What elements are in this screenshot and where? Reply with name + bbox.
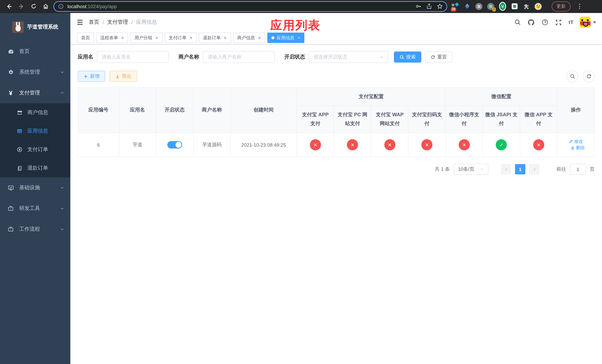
app-name-input[interactable]: 请输入应用名 (97, 51, 169, 63)
table-grid-icon (16, 128, 23, 134)
site-info-icon[interactable] (58, 3, 64, 10)
col-group-alipay: 支付宝配置 (297, 87, 446, 106)
sidebar-fold-icon[interactable] (76, 19, 84, 26)
col-app-id: 应用编号 (78, 87, 119, 133)
prev-page-button[interactable] (501, 164, 511, 174)
bookmark-star-icon[interactable] (437, 3, 443, 10)
tab-close-icon[interactable]: ✕ (224, 36, 227, 40)
store-icon (16, 109, 23, 116)
app-table: 应用编号 应用名 开启状态 商户名称 创建时间 支付宝配置 微信配置 操作 支付… (78, 87, 595, 157)
yen-icon: ¥ (7, 90, 14, 96)
help-icon[interactable] (541, 19, 549, 26)
browser-reload-icon[interactable] (30, 3, 37, 10)
breadcrumb-pay[interactable]: 支付管理 (107, 19, 128, 26)
github-icon[interactable] (527, 19, 535, 26)
briefcase-icon (7, 226, 14, 233)
gear-icon (7, 69, 14, 75)
sidebar-item-home[interactable]: 首页 (0, 41, 70, 62)
coin-yen-icon (16, 146, 23, 153)
tab-refund-order[interactable]: 退款订单✕ (199, 32, 231, 43)
url-bar[interactable]: localhost:1024/pay/app (54, 2, 447, 11)
sidebar-item-infra[interactable]: 基础设施 (0, 177, 70, 198)
header-search-icon[interactable] (514, 19, 521, 26)
extension-command-icon[interactable] (475, 3, 483, 10)
col-operations: 操作 (557, 87, 594, 133)
fullscreen-icon[interactable] (555, 19, 562, 26)
cell-merchant: 芋道源码 (193, 133, 230, 157)
sidebar-item-devtools[interactable]: 研发工具 (0, 198, 70, 219)
avatar-caret-icon[interactable] (593, 21, 596, 23)
sidebar-item-label: 研发工具 (19, 205, 60, 212)
edit-link[interactable]: 修改 (569, 138, 583, 145)
sidebar-item-pay[interactable]: ¥ 支付管理 (0, 83, 70, 103)
extension-puzzle-icon[interactable] (523, 3, 530, 10)
font-size-icon[interactable]: tT (569, 19, 573, 25)
chrome-update-button[interactable]: 更新 (552, 1, 570, 11)
delete-link[interactable]: 删除 (570, 145, 585, 151)
sidebar-item-merchant-info[interactable]: 商户信息 (0, 103, 70, 122)
chrome-menu-icon[interactable] (579, 4, 580, 9)
search-button[interactable]: 搜索 (394, 52, 421, 63)
sidebar-item-refund-order[interactable]: 退款订单 (0, 159, 70, 177)
add-button[interactable]: 新增 (78, 71, 105, 82)
toggle-search-button[interactable] (567, 70, 578, 82)
goto-page-input[interactable]: 1 (570, 164, 586, 175)
chevron-down-icon (60, 206, 64, 211)
browser-forward-icon[interactable] (18, 3, 24, 10)
export-button[interactable]: 导出 (110, 71, 137, 82)
enabled-toggle[interactable] (167, 141, 182, 149)
tab-merchant-info[interactable]: 商户信息✕ (233, 32, 265, 43)
chevron-down-icon (480, 167, 484, 171)
tab-close-icon[interactable]: ✕ (121, 36, 124, 40)
tab-pay-order[interactable]: 支付订单✕ (165, 32, 197, 43)
refresh-table-button[interactable] (583, 70, 595, 82)
status-wx-app-icon: ✕ (533, 139, 544, 150)
col-group-wechat: 微信配置 (446, 87, 557, 106)
reset-button[interactable]: 重置 (425, 52, 452, 63)
extensions-row: 10 1 V 更新 (452, 1, 584, 11)
tab-app-info[interactable]: 应用信息✕ (267, 32, 304, 43)
extension-grid-icon[interactable]: 10 (452, 3, 459, 10)
extension-badge-red: 10 (451, 7, 456, 11)
status-select[interactable]: 请选择开启状态 (309, 51, 388, 63)
breadcrumb-home[interactable]: 首页 (89, 19, 99, 26)
browser-back-icon[interactable] (6, 3, 12, 10)
extension-recorder-icon[interactable]: 1 (487, 3, 494, 10)
sidebar-item-app-info[interactable]: 应用信息 (0, 122, 70, 140)
tabs-bar: 首页✕ 流程表单✕ 用户分组✕ 支付订单✕ 退款订单✕ 商户信息✕ 应用信息✕ (70, 32, 602, 44)
browser-home-icon[interactable] (43, 3, 49, 10)
sidebar-item-label: 系统管理 (19, 69, 60, 75)
status-label: 开启状态 (284, 54, 305, 60)
page-number[interactable]: 1 (515, 164, 525, 174)
top-navbar: 首页 / 支付管理 / 应用信息 tT (70, 13, 602, 32)
logo-rabbit-image (12, 21, 23, 33)
tab-close-icon[interactable]: ✕ (155, 36, 159, 40)
col-wx-mini: 微信小程序支付 (446, 106, 483, 133)
tab-close-icon[interactable]: ✕ (190, 36, 193, 40)
screen: localhost:1024/pay/app 10 1 (0, 0, 602, 364)
extension-vue-devtools-icon[interactable]: V (499, 3, 506, 10)
tab-user-group[interactable]: 用户分组✕ (130, 32, 162, 43)
tab-home[interactable]: 首页✕ (77, 32, 94, 43)
tab-close-icon[interactable]: ✕ (297, 36, 301, 40)
sidebar-item-pay-order[interactable]: 支付订单 (0, 140, 70, 159)
password-key-icon[interactable] (415, 3, 421, 10)
tab-process-form[interactable]: 流程表单✕ (96, 32, 128, 43)
page-size-select[interactable]: 10条/页 (453, 164, 488, 175)
next-page-button[interactable] (529, 164, 539, 174)
extension-kite-icon[interactable] (463, 3, 471, 10)
status-alipay-wap-icon: ✕ (384, 139, 395, 150)
col-alipay-qr: 支付宝扫码支付 (408, 106, 446, 133)
sidebar-item-label: 基础设施 (19, 184, 60, 191)
app-name-label: 应用名 (78, 54, 93, 60)
extension-emoji-icon[interactable] (535, 3, 542, 10)
share-icon[interactable] (426, 3, 432, 10)
sidebar-item-system[interactable]: 系统管理 (0, 62, 70, 83)
extension-doc-icon[interactable] (511, 3, 518, 10)
tab-close-icon[interactable]: ✕ (258, 36, 261, 40)
merchant-name-input[interactable]: 请输入商户名称 (203, 51, 275, 63)
page-suffix: 页 (590, 166, 595, 172)
sidebar-item-workflow[interactable]: 工作流程 (0, 219, 70, 240)
avatar[interactable] (580, 17, 591, 28)
status-wx-jsapi-icon: ✓ (496, 139, 507, 150)
